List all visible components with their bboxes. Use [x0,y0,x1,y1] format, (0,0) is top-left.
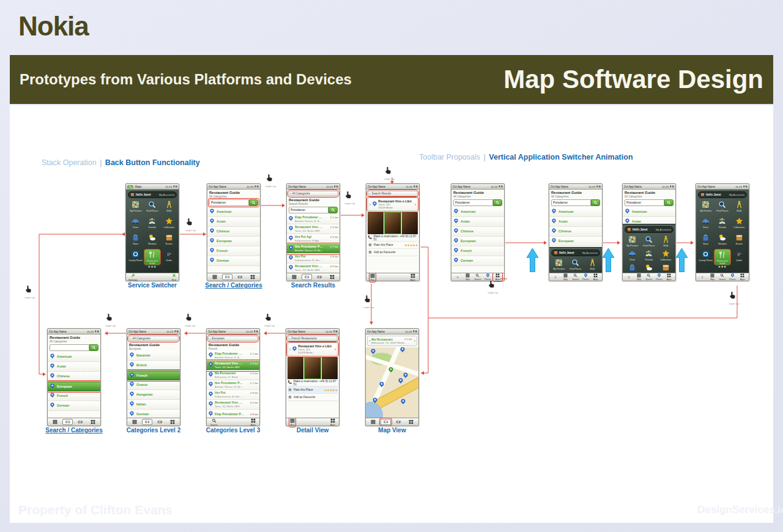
back-icon: ‹ [555,276,557,279]
screen-body: ‹All CategoriesRestaurant GuideSearch Re… [287,190,340,273]
status-clock: 11:23 [735,185,742,188]
category-row: German [127,410,180,418]
app-title: Restaurant Guide [129,343,178,347]
my-account-link: My Account ▸ [729,193,744,196]
app-header: Restaurant GuideFrench [207,342,259,351]
toolbar-label: Map [466,278,470,281]
pin-icon [551,218,557,224]
search-icon [212,418,217,424]
app-tile-restaurant-guide: Restaurant Guide [144,249,160,265]
result-name: Etap Potsdamer … [295,215,322,219]
bottom-toolbar: MapApps [366,273,419,281]
pin-icon [288,265,294,271]
page-dots: ●●● [696,265,749,268]
app-tile-drive: Drive [697,216,714,232]
map-icon [290,418,295,424]
status-icons: ▮▦ [413,330,417,333]
slide-up-arrow-icon [526,248,539,274]
pin-icon [129,391,135,397]
screen-label-categories-level-3: Categories Level 3 [193,427,273,434]
pin-icon [657,273,661,278]
toolbar-label: Map [563,278,568,281]
action-label: Rate this Place [294,388,313,391]
chevron-right-icon: › [414,339,416,343]
category-name: Asian [632,220,641,223]
apps-button: Apps [738,273,746,281]
status-app-name: Maps [135,185,141,188]
tap-hand-icon: single tap [264,313,272,327]
tap-hand-icon: single tap [363,295,371,309]
result-distance: 4.5 km [249,401,258,404]
walk-icon [735,201,743,209]
restaurant-guide-icon [148,251,156,259]
back-icon: ‹ [628,276,630,279]
pin-icon [50,393,55,399]
battery-icon: ▮ [596,185,598,188]
tap-hand-icon: single tap [488,280,495,294]
app-tile-label: Store [703,243,708,245]
screen-body: ‹Ma Restaurant2.5 kmBehrensstr. 72, 1011… [366,334,418,418]
app-tile-walk: Walk [731,199,748,216]
app-tile-label: Lonely Planet [699,259,712,262]
my-account-link: My Account ▸ [159,193,174,196]
pin-icon [50,363,55,369]
battery-icon: ▮ [414,185,415,188]
tap-hand-icon: single tap [344,191,352,205]
my-account-link: My Account ▸ [582,251,598,254]
tap-hand-icon: single tap [105,313,113,327]
back-button: ‹ [552,273,560,281]
hello-label: Hello Janet [633,228,648,231]
screen-label-search-results: Search Results [273,282,354,289]
status-icons: ▮▦ [95,330,99,333]
pin-icon [584,273,588,278]
photo-thumb [288,357,303,379]
apps-icon [410,273,415,279]
app-subtitle: All Categories [551,195,600,198]
hello-bar: Hello JanetMy Account ▸ [698,191,747,198]
star-icon [288,387,292,393]
category-name: German [136,412,149,416]
category-row: Italian [127,400,180,410]
drive-icon [628,249,636,258]
app-tile-drive: Drive [624,248,640,262]
hello-label: Hello Janet [136,193,151,196]
status-clock: 11:23 [87,330,94,333]
app-tile-label: Under [166,259,172,262]
category-name: American [632,210,647,213]
pin-icon [129,411,135,417]
status-bar: Ovi App Name11:23▮▦ [286,329,339,334]
search-dark-icon [720,273,724,278]
app-tile-collections: Collections [658,248,674,262]
avatar [700,193,705,197]
pin-icon [372,201,377,207]
app-tile-label: Events [736,243,743,245]
photo-thumb-selected [304,357,321,379]
find-places-icon [645,235,653,244]
action-row: Make a reservation: +49 30 12 87 51 [288,379,338,386]
category-name: Chinese [57,374,70,378]
toolbar-label: Apps [593,278,598,281]
search-button [493,199,502,206]
search-dark-icon [647,273,651,278]
app-tile-label: Find Places [716,210,728,212]
photo-thumb [322,357,338,379]
app-tile-label: Friends [149,226,156,229]
my-position-icon [132,201,139,209]
photo-strip [288,357,338,379]
screen-body: ‹French Restaurants‹Restaurant Vino e Li… [286,334,339,418]
search-row [50,344,98,351]
signal-icon: ▦ [97,330,99,333]
status-bar: Ovi App Name11:23▮▦ [287,184,340,190]
wrench-icon [131,273,135,278]
settings-bar: SettingsExit [126,273,179,281]
category-row: Asian [207,217,260,227]
apps-button [327,274,337,280]
result-name: Restaurant Vino … [295,225,322,229]
avatar [554,251,558,255]
phone-icon [368,235,373,240]
signal-icon: ▦ [745,185,748,188]
map-button: Map [290,418,295,426]
map-icon [637,273,641,278]
c1-button: C1 [62,419,73,425]
bottom-toolbar: ‹MapSearchPlacesApps [549,273,602,281]
